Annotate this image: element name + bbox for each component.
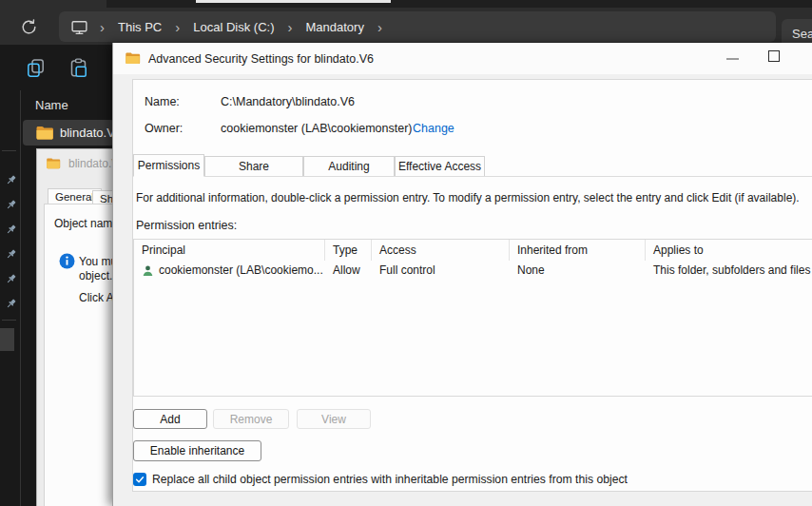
entry-access: Full control <box>372 261 510 281</box>
tab-auditing[interactable]: Auditing <box>303 156 395 176</box>
name-value: C:\Mandatory\blindato.V6 <box>221 95 355 108</box>
add-button[interactable]: Add <box>133 409 207 429</box>
dialog-content-panel: Name: C:\Mandatory\blindato.V6 Owner: co… <box>132 79 812 492</box>
file-row-blindato[interactable]: blindato.V6 <box>23 120 114 146</box>
breadcrumb[interactable]: This PC Local Disk (C:) Mandatory <box>59 11 776 42</box>
minimize-button[interactable] <box>726 58 739 60</box>
folder-icon <box>46 156 61 171</box>
nav-divider <box>2 320 16 321</box>
folder-icon <box>125 50 141 67</box>
active-tab-edge <box>0 0 106 8</box>
this-pc-icon <box>70 18 88 36</box>
remove-button[interactable]: Remove <box>213 409 289 429</box>
pane-divider <box>20 90 21 506</box>
owner-label: Owner: <box>145 122 183 135</box>
refresh-icon[interactable] <box>19 17 38 36</box>
paste-icon[interactable] <box>68 57 88 78</box>
permission-entry-row[interactable]: cookiemonster (LAB\cookiemo... Allow Ful… <box>134 261 812 281</box>
breadcrumb-mandatory[interactable]: Mandatory <box>303 16 365 38</box>
permission-entries-label: Permission entries: <box>136 219 237 232</box>
replace-permissions-label: Replace all child object permission entr… <box>152 473 628 486</box>
maximize-button[interactable] <box>768 50 780 62</box>
chevron-right-icon <box>175 20 180 34</box>
instruction-text: For additional information, double-click… <box>136 191 800 204</box>
nav-selected-item[interactable] <box>0 328 14 351</box>
pin-icon[interactable] <box>4 224 17 237</box>
column-header-inherited-from[interactable]: Inherited from <box>510 240 646 261</box>
breadcrumb-this-pc[interactable]: This PC <box>116 16 164 38</box>
pin-icon[interactable] <box>4 174 17 187</box>
tab-effective-access[interactable]: Effective Access <box>395 156 485 176</box>
tab-permissions[interactable]: Permissions <box>133 154 204 177</box>
info-text-line2: object. <box>79 269 112 282</box>
list-header-row: Principal Type Access Inherited from App… <box>134 240 812 261</box>
view-button[interactable]: View <box>297 409 371 429</box>
user-icon <box>142 264 154 277</box>
copy-icon[interactable] <box>25 57 46 78</box>
permission-entries-list: Principal Type Access Inherited from App… <box>133 239 812 397</box>
dialog-title-bar[interactable]: Advanced Security Settings for blindato.… <box>113 43 812 74</box>
entry-type: Allow <box>325 261 372 281</box>
name-label: Name: <box>145 95 180 108</box>
replace-permissions-row: Replace all child object permission entr… <box>133 473 628 486</box>
chevron-right-icon <box>287 20 292 34</box>
folder-icon <box>35 124 54 143</box>
address-bar-row: This PC Local Disk (C:) Mandatory Sea <box>0 8 812 45</box>
advanced-security-dialog: Advanced Security Settings for blindato.… <box>112 43 812 506</box>
entry-applies-to: This folder, subfolders and files <box>646 261 812 281</box>
background-window-edge <box>196 0 391 3</box>
tab-share[interactable]: Share <box>204 156 303 176</box>
column-header-type[interactable]: Type <box>325 240 372 261</box>
column-header-name[interactable]: Name <box>35 98 68 112</box>
change-owner-link[interactable]: Change <box>413 122 454 135</box>
breadcrumb-local-disk[interactable]: Local Disk (C:) <box>191 16 276 38</box>
replace-permissions-checkbox[interactable] <box>133 473 146 486</box>
pin-icon[interactable] <box>4 248 17 262</box>
security-tabs: Permissions Share Auditing Effective Acc… <box>133 154 812 177</box>
column-header-principal[interactable]: Principal <box>134 240 325 261</box>
chevron-right-icon <box>377 20 382 34</box>
nav-divider <box>2 150 16 151</box>
entry-principal: cookiemonster (LAB\cookiemo... <box>159 261 323 281</box>
pin-icon[interactable] <box>4 199 17 212</box>
column-header-applies-to[interactable]: Applies to <box>646 240 812 261</box>
entry-inherited-from: None <box>510 261 646 281</box>
chevron-right-icon <box>100 20 105 34</box>
pin-icon[interactable] <box>4 298 17 311</box>
explorer-tab-strip <box>0 0 812 8</box>
pin-icon[interactable] <box>4 273 17 286</box>
dialog-title: Advanced Security Settings for blindato.… <box>148 52 374 66</box>
enable-inheritance-button[interactable]: Enable inheritance <box>133 440 261 461</box>
column-header-access[interactable]: Access <box>372 240 510 261</box>
object-name-label: Object name <box>54 217 119 230</box>
owner-value: cookiemonster (LAB\cookiemonster) <box>221 122 412 135</box>
info-icon <box>59 253 75 269</box>
